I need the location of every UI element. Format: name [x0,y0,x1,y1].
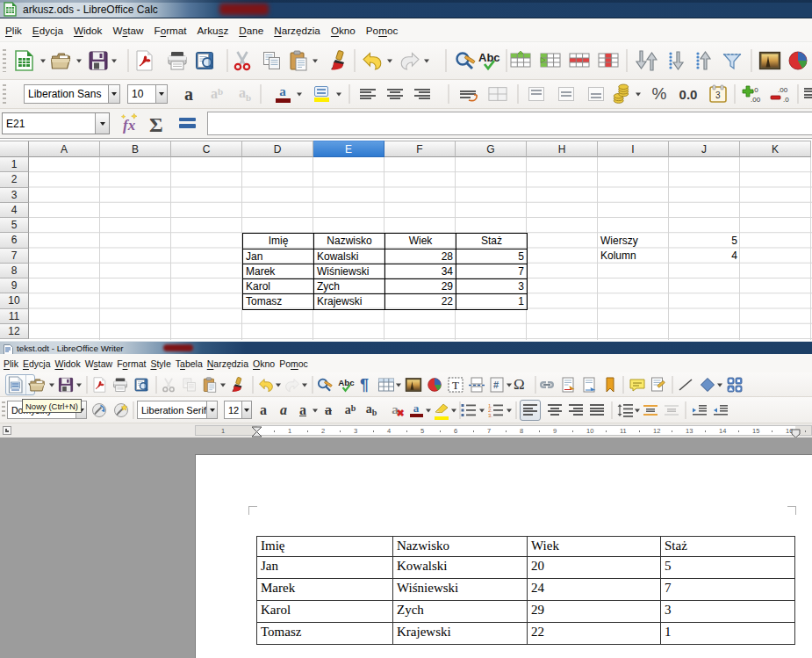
svg-text:.00: .00 [778,86,788,94]
svg-text:Abc: Abc [338,377,355,387]
svg-text:Abc: Abc [478,51,500,64]
svg-text:T: T [452,379,459,392]
svg-text:.0: .0 [783,96,789,104]
svg-text:3.: 3. [488,412,492,417]
svg-text:#: # [493,380,499,390]
svg-text:.0: .0 [752,86,758,94]
svg-text:fx: fx [123,117,136,134]
svg-text:.00: .00 [751,96,761,104]
svg-text:3: 3 [715,90,721,100]
